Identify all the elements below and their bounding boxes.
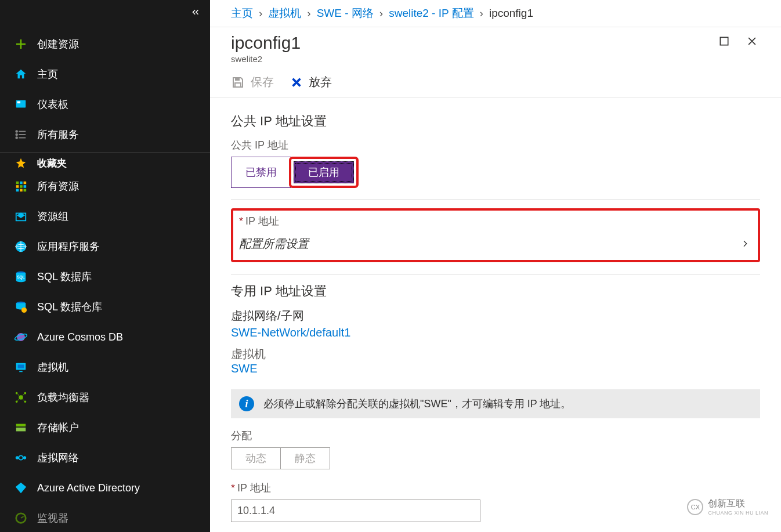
sidebar-item-label: 所有资源: [37, 179, 79, 193]
sidebar-item-all-resources[interactable]: 所有资源: [0, 171, 210, 201]
sidebar-item-label: 主页: [37, 67, 58, 81]
toolbar: 保存 放弃: [210, 64, 781, 97]
vm-label: 虚拟机: [231, 346, 760, 362]
info-icon: i: [239, 396, 254, 411]
vm-value-link[interactable]: SWE: [231, 362, 760, 375]
svg-point-5: [16, 131, 17, 132]
sidebar-item-dashboard[interactable]: 仪表板: [0, 89, 210, 120]
page-title: ipconfig1: [231, 33, 301, 53]
sidebar-favorites-list: 所有资源 资源组 应用程序服务 SQL SQL 数据库 SQL 数据仓库 Azu…: [0, 171, 210, 532]
svg-rect-11: [16, 185, 19, 188]
public-ip-section-title: 公共 IP 地址设置: [231, 113, 760, 130]
maximize-button[interactable]: [716, 33, 732, 49]
chevron-right-icon: ›: [379, 7, 383, 20]
ip-address-placeholder: 配置所需设置: [239, 236, 309, 252]
chevron-right-icon: ›: [259, 7, 262, 20]
sidebar-item-label: 监视器: [37, 511, 68, 525]
svg-rect-39: [720, 37, 728, 45]
sidebar-item-vnet[interactable]: 虚拟网络: [0, 443, 210, 473]
sidebar-item-label: 虚拟网络: [37, 451, 79, 465]
sql-db-icon: SQL: [13, 269, 29, 285]
breadcrumb-home[interactable]: 主页: [231, 6, 253, 21]
sidebar-primary-list: 创建资源 主页 仪表板 所有服务: [0, 0, 210, 150]
svg-point-30: [16, 392, 18, 395]
breadcrumb-vm[interactable]: 虚拟机: [268, 6, 301, 21]
vnet-icon: [13, 450, 29, 466]
sidebar-item-load-balancer[interactable]: 负载均衡器: [0, 382, 210, 412]
sidebar-collapse-button[interactable]: [190, 7, 201, 19]
sidebar-item-create-resource[interactable]: 创建资源: [0, 29, 210, 59]
vnet-label: 虚拟网络/子网: [231, 308, 760, 324]
vm-icon: [13, 359, 29, 375]
ip-address-label: *IP 地址: [239, 214, 752, 228]
watermark: CX 创新互联 CHUANG XIN HU LIAN: [681, 494, 774, 519]
sidebar-item-resource-group[interactable]: 资源组: [0, 201, 210, 231]
sidebar-item-label: Azure Cosmos DB: [37, 331, 123, 343]
sidebar-item-label: 应用程序服务: [37, 240, 100, 254]
sidebar-item-aad[interactable]: Azure Active Directory: [0, 473, 210, 503]
sidebar-item-home[interactable]: 主页: [0, 59, 210, 89]
allocation-toggle: 动态 静态: [231, 447, 760, 469]
page-header: ipconfig1 swelite2: [210, 27, 781, 64]
discard-label: 放弃: [309, 74, 332, 90]
svg-rect-12: [20, 185, 23, 188]
private-ip-address-label: *IP 地址: [231, 481, 760, 495]
sidebar-item-storage[interactable]: 存储帐户: [0, 412, 210, 443]
save-label: 保存: [251, 74, 274, 90]
sql-dw-icon: [13, 299, 29, 315]
plus-icon: [13, 36, 29, 52]
sidebar-item-vm[interactable]: 虚拟机: [0, 352, 210, 382]
sidebar-item-label: 仪表板: [37, 97, 68, 111]
required-indicator: *: [239, 215, 243, 227]
allocation-static-button: 静态: [281, 447, 330, 469]
chevron-right-icon: ›: [480, 7, 483, 20]
sidebar-item-monitor[interactable]: 监视器: [0, 503, 210, 532]
private-ip-address-input[interactable]: [231, 500, 480, 522]
discard-button[interactable]: 放弃: [290, 74, 332, 90]
svg-point-31: [24, 392, 27, 395]
sidebar-item-sql-dw[interactable]: SQL 数据仓库: [0, 292, 210, 322]
watermark-logo-icon: CX: [687, 499, 703, 515]
svg-text:SQL: SQL: [17, 275, 24, 280]
sidebar-item-label: 创建资源: [37, 37, 79, 51]
favorites-label: 收藏夹: [37, 157, 67, 170]
public-ip-disabled-button[interactable]: 已禁用: [231, 157, 291, 188]
configure-ip-address-row[interactable]: 配置所需设置: [239, 233, 752, 256]
svg-rect-40: [235, 78, 240, 81]
sidebar-item-label: SQL 数据仓库: [37, 300, 102, 314]
svg-point-37: [24, 457, 26, 459]
sidebar-item-cosmos-db[interactable]: Azure Cosmos DB: [0, 322, 210, 352]
sidebar-item-all-services[interactable]: 所有服务: [0, 120, 210, 150]
private-ip-section-title: 专用 IP 地址设置: [231, 283, 760, 300]
save-button: 保存: [231, 74, 274, 90]
sidebar-item-label: SQL 数据库: [37, 270, 92, 284]
cosmos-db-icon: [13, 329, 29, 345]
close-button[interactable]: [744, 33, 760, 49]
svg-rect-35: [16, 428, 26, 431]
divider: [231, 274, 760, 274]
public-ip-enabled-button[interactable]: 已启用: [294, 161, 354, 183]
svg-rect-16: [24, 189, 27, 192]
sidebar-item-label: 虚拟机: [37, 360, 68, 374]
grid-icon: [13, 178, 29, 194]
required-indicator: *: [231, 482, 235, 494]
page-subtitle: swelite2: [231, 54, 301, 64]
breadcrumb-swe-network[interactable]: SWE - 网络: [317, 6, 374, 21]
save-icon: [231, 75, 245, 89]
breadcrumb: 主页 › 虚拟机 › SWE - 网络 › swelite2 - IP 配置 ›…: [210, 0, 781, 27]
svg-rect-27: [19, 371, 23, 372]
svg-rect-8: [16, 182, 19, 184]
chevron-right-icon: ›: [307, 7, 310, 20]
breadcrumb-swelite2-ip[interactable]: swelite2 - IP 配置: [389, 6, 473, 21]
sidebar-favorites-header: 收藏夹: [0, 155, 210, 171]
vnet-value[interactable]: SWE-NetWork/default1: [231, 326, 760, 339]
highlight-ip-address-field: *IP 地址 配置所需设置: [231, 208, 760, 262]
sidebar-item-app-service[interactable]: 应用程序服务: [0, 231, 210, 262]
storage-icon: [13, 419, 29, 436]
svg-point-23: [21, 307, 27, 313]
sidebar-separator: [0, 152, 210, 153]
sidebar-item-sql-db[interactable]: SQL SQL 数据库: [0, 262, 210, 292]
sidebar: 创建资源 主页 仪表板 所有服务 收藏夹 所有资源 资源组 应用程序服务: [0, 0, 210, 532]
list-icon: [13, 126, 29, 143]
allocation-dynamic-button: 动态: [231, 447, 281, 469]
